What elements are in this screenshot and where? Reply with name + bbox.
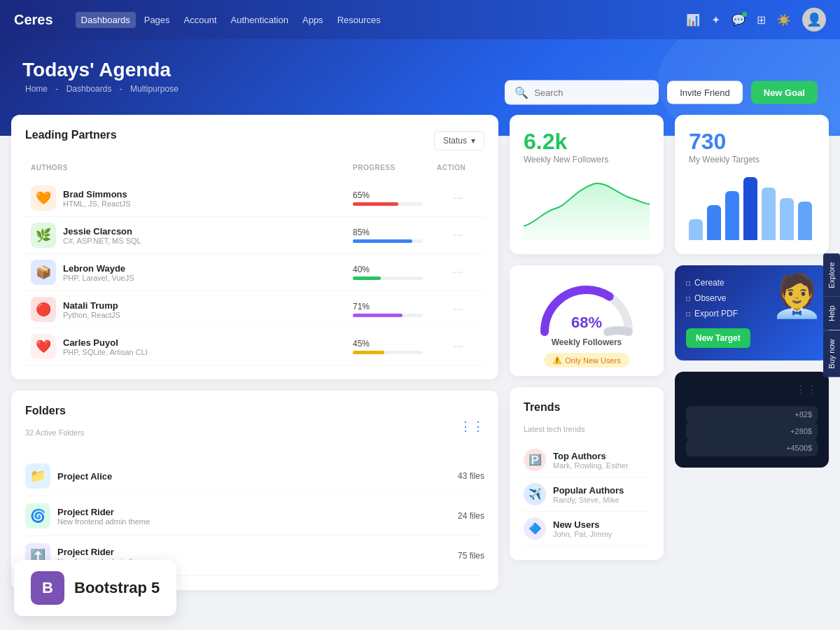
brand[interactable]: Ceres [14,12,53,28]
leading-partners-card: Leading Partners Status ▾ AUTHORS PROGRE… [11,115,498,379]
targets-card: 730 My Weekly Targets [675,115,829,254]
bar-item [798,202,812,240]
trend-name: Top Authors [553,451,629,461]
dark-stats-list: +82$+280$+4500$ [686,406,818,456]
sparkle-icon[interactable]: ✦ [711,13,720,27]
partner-name: Jessie Clarcson [63,226,141,237]
trends-title: Trends [524,401,650,414]
dark-stat: +4500$ [686,440,818,456]
invite-friend-button[interactable]: Invite Friend [667,81,743,104]
list-item: 🅿️ Top Authors Mark, Rowling, Esther [524,443,650,477]
progress-pct: 65% [353,190,437,200]
chevron-down-icon: ▾ [471,136,475,146]
partner-info: 🧡 Brad Simmons HTML, JS, ReactJS [31,186,353,211]
side-tab-help[interactable]: Help [823,297,840,330]
bar-item [743,177,757,240]
status-dropdown[interactable]: Status ▾ [434,131,484,150]
trend-sub: Mark, Rowling, Esther [553,461,629,470]
progress-bar-fill [353,276,381,280]
navbar: Ceres DashboardsPagesAccountAuthenticati… [0,0,840,39]
folder-files: 24 files [458,511,484,521]
folders-header-left: Folders 32 Active Folders [25,405,84,448]
folders-more-icon[interactable]: ⋮⋮ [459,419,484,434]
promo-figure: 🧑‍💼 [771,271,823,321]
progress-wrap: 65% [353,190,437,206]
folder-files: 75 files [458,551,484,561]
nav-item-authentication[interactable]: Authentication [225,12,294,28]
folder-icon: 🌀 [25,503,50,528]
partner-name: Brad Simmons [63,189,131,200]
followers-chart [524,170,650,240]
left-column: Leading Partners Status ▾ AUTHORS PROGRE… [11,115,498,590]
dark-panel-dots-icon: ⋮⋮ [795,383,818,396]
bar-item [780,198,794,240]
search-box[interactable]: 🔍 [505,80,659,105]
side-tabs: ExploreHelpBuy now [823,253,840,377]
chat-icon[interactable]: 💬 [732,13,746,27]
breadcrumb: Home - Dashboards - Multipurpose [22,84,818,94]
action-menu[interactable]: ··· [437,229,479,241]
nav-item-resources[interactable]: Resources [332,12,386,28]
sun-icon[interactable]: ☀️ [777,13,791,27]
nav-item-account[interactable]: Account [178,12,223,28]
action-menu[interactable]: ··· [437,192,479,204]
bar-item [762,188,776,240]
folders-list: 📁 Project Alice 43 files 🌀 Project Rider… [25,456,484,576]
folder-name: Project Rider [57,507,150,517]
list-item: 📁 Project Alice 43 files [25,456,484,496]
progress-bar-bg [353,239,423,243]
table-row: 🔴 Natali Trump Python, ReactJS 71% ··· [25,291,484,328]
folder-info: 🌀 Project Rider New frontend admin theme [25,503,150,528]
progress-bar-fill [353,239,412,243]
folder-name: Project Rider [57,547,150,557]
new-target-button[interactable]: New Target [686,328,750,348]
side-tab-buy-now[interactable]: Buy now [823,330,840,377]
folder-icon: 📁 [25,463,50,489]
gauge-pct: 68% [571,314,602,332]
folder-name: Project Alice [57,471,112,482]
partner-skills: Python, ReactJS [63,311,120,319]
search-input[interactable] [534,88,649,98]
nav-menu: DashboardsPagesAccountAuthenticationApps… [76,12,386,28]
bar-col [780,198,794,240]
action-menu[interactable]: ··· [437,340,479,353]
nav-item-dashboards[interactable]: Dashboards [76,12,136,28]
user-avatar[interactable]: 👤 [802,8,826,31]
header-actions: 🔍 Invite Friend New Goal [505,80,818,105]
nav-item-apps[interactable]: Apps [297,12,329,28]
side-tab-explore[interactable]: Explore [823,253,840,296]
partner-info: 🌿 Jessie Clarcson C#, ASP.NET, MS SQL [31,223,353,248]
action-menu[interactable]: ··· [437,266,479,279]
progress-bar-fill [353,314,402,317]
warning-icon: ⚠️ [552,356,562,365]
grid-icon[interactable]: ⊞ [757,13,766,27]
targets-stat: 730 [689,129,815,155]
trends-subtitle: Latest tech trends [524,425,650,433]
partner-skills: PHP, Laravel, VueJS [63,274,134,282]
bar-item [689,219,703,240]
chart-icon[interactable]: 📊 [686,13,700,27]
gauge-label: Weekly Followers [552,337,622,347]
gauge-card: 68% Weekly Followers ⚠️ Only New Users [510,265,664,376]
table-row: 🧡 Brad Simmons HTML, JS, ReactJS 65% ··· [25,180,484,217]
table-row: ❤️ Carles Puyol PHP, SQLite, Artisan CLI… [25,328,484,365]
navbar-right: 📊 ✦ 💬 ⊞ ☀️ 👤 [686,8,826,31]
only-new-users-badge: ⚠️ Only New Users [544,353,629,368]
page-title: Todays' Agenda [22,59,818,81]
bootstrap-text: Bootstrap 5 [74,579,160,597]
partner-name: Lebron Wayde [63,263,134,274]
partner-avatar: 🧡 [31,186,56,211]
trends-card: Trends Latest tech trends 🅿️ Top Authors… [510,387,664,560]
leading-partners-title: Leading Partners [25,129,117,141]
action-menu[interactable]: ··· [437,303,479,316]
progress-pct: 45% [353,339,437,349]
bar-col [689,219,703,240]
new-goal-button[interactable]: New Goal [751,81,818,104]
progress-pct: 40% [353,265,437,274]
followers-label: Weekly New Followers [524,155,650,164]
partner-info: 🔴 Natali Trump Python, ReactJS [31,297,353,322]
progress-wrap: 45% [353,339,437,354]
trends-list: 🅿️ Top Authors Mark, Rowling, Esther ✈️ … [524,443,650,546]
nav-item-pages[interactable]: Pages [139,12,176,28]
partner-skills: PHP, SQLite, Artisan CLI [63,348,148,356]
